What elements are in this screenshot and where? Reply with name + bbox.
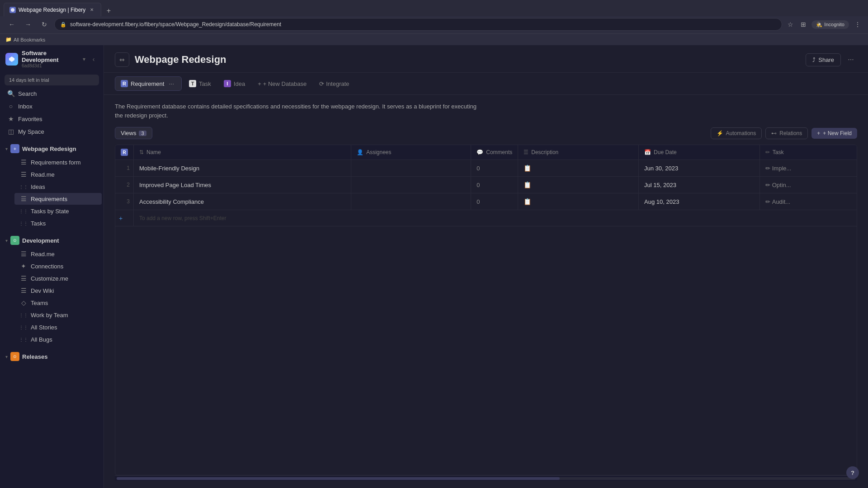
sidebar-item-teams[interactable]: ◇ Teams <box>14 297 102 309</box>
sidebar-item-readme-wp[interactable]: ☰ Read.me <box>14 169 102 180</box>
table-header: R ⇅ Name 👤 <box>115 145 857 160</box>
more-options-button[interactable]: ··· <box>844 53 857 66</box>
extensions-icon[interactable]: ⊞ <box>799 19 808 30</box>
views-label: Views <box>121 130 136 136</box>
data-table: R ⇅ Name 👤 <box>115 145 857 226</box>
menu-icon[interactable]: ⋮ <box>853 19 863 30</box>
sidebar-item-myspace[interactable]: ◫ My Space <box>2 126 102 137</box>
sidebar-item-inbox[interactable]: ○ Inbox <box>2 100 102 112</box>
sidebar-item-customize-me[interactable]: ☰ Customize.me <box>14 272 102 284</box>
row-3-name[interactable]: Accessibility Compliance <box>134 193 351 210</box>
sidebar-item-requirements-form[interactable]: ☰ Requirements form <box>14 156 102 168</box>
col-due-date-label: Due Date <box>654 149 677 155</box>
row-icon: R <box>121 149 128 156</box>
browser-toolbar: ← → ↻ 🔒 software-development.fibery.io/f… <box>0 16 868 33</box>
relations-icon: ⊷ <box>771 130 777 136</box>
views-button[interactable]: Views 3 <box>115 127 152 139</box>
col-name-label: Name <box>146 149 161 155</box>
row-2-task-val: Optin... <box>772 182 791 188</box>
inbox-icon: ○ <box>7 103 14 110</box>
sidebar-collapse-button[interactable]: ‹ <box>89 55 98 64</box>
row-1-due-date: Jun 30, 2023 <box>639 160 760 177</box>
tab-task[interactable]: T Task <box>184 78 217 89</box>
col-assignees: 👤 Assignees <box>351 145 471 160</box>
edit-icon-1: ✏ <box>765 165 770 172</box>
sidebar-item-readme-dev[interactable]: ☰ Read.me <box>14 248 102 260</box>
row-2-task: ✏ Optin... <box>760 177 857 193</box>
sidebar-readme-dev-label: Read.me <box>31 251 96 258</box>
tab-close-button[interactable]: ✕ <box>88 6 95 14</box>
sidebar-item-favorites[interactable]: ★ Favorites <box>2 113 102 125</box>
help-button[interactable]: ? <box>846 466 859 479</box>
integrate-button[interactable]: ⟳ Integrate <box>314 78 354 89</box>
row-1-name[interactable]: Mobile-Friendly Design <box>134 160 351 177</box>
space-webpage-redesign[interactable]: ▾ + Webpage Redesign <box>0 141 104 156</box>
main-content: ⇔ Webpage Redesign ⤴ Share ··· R Require… <box>104 45 868 488</box>
page-back-button[interactable]: ⇔ <box>115 52 129 67</box>
dev-wiki-icon: ☰ <box>20 287 27 294</box>
automations-button[interactable]: ⚡ Automations <box>711 127 762 139</box>
space-releases[interactable]: ▾ ⊙ Releases <box>0 349 104 364</box>
sidebar-item-all-bugs[interactable]: ⋮⋮ All Bugs <box>14 333 102 345</box>
comments-col-icon: 💬 <box>476 149 483 155</box>
add-row-trigger[interactable]: + To add a new row, press Shift+Enter <box>115 210 857 226</box>
incognito-button[interactable]: 🕵 Incognito <box>811 20 849 29</box>
space-webpage-icon: + <box>10 144 19 153</box>
edit-icon-3: ✏ <box>765 198 770 205</box>
tab-requirement[interactable]: R Requirement ··· <box>115 76 182 91</box>
add-row-plus-icon[interactable]: + <box>119 215 123 222</box>
back-button[interactable]: ← <box>5 18 18 31</box>
new-tab-button[interactable]: + <box>103 5 114 16</box>
sidebar-item-work-by-team[interactable]: ⋮⋮ Work by Team <box>14 309 102 321</box>
new-database-button[interactable]: + + New Database <box>252 78 312 89</box>
row-2-name[interactable]: Improved Page Load Times <box>134 177 351 193</box>
sidebar-dev-wiki-label: Dev Wiki <box>31 287 96 294</box>
horizontal-scrollbar[interactable] <box>115 475 857 481</box>
sidebar-item-ideas[interactable]: ⋮⋮ Ideas <box>14 181 102 192</box>
sidebar-tasks-by-state-label: Tasks by State <box>31 208 96 215</box>
sidebar-search-label: Search <box>18 90 96 97</box>
sidebar-item-connections[interactable]: ✦ Connections <box>14 260 102 272</box>
bookmark-icon[interactable]: ☆ <box>786 19 795 30</box>
name-col-icon: ⇅ <box>139 149 144 155</box>
browser-tab-active[interactable]: Webpage Redesign | Fibery ✕ <box>4 3 101 16</box>
address-bar[interactable]: 🔒 software-development.fibery.io/fibery/… <box>54 18 782 31</box>
readme-dev-icon: ☰ <box>20 250 27 258</box>
row-3-assignees <box>351 193 471 210</box>
table-row[interactable]: 3 Accessibility Compliance 0 📋 Aug 10, 2… <box>115 193 857 210</box>
browser-tabs: Webpage Redesign | Fibery ✕ + <box>0 0 868 16</box>
table-row[interactable]: 1 Mobile-Friendly Design 0 📋 Jun 30, 202… <box>115 160 857 177</box>
sidebar-item-all-stories[interactable]: ⋮⋮ All Stories <box>14 321 102 333</box>
incognito-label: Incognito <box>824 22 844 27</box>
requirements-icon: ☰ <box>20 195 27 202</box>
space-development[interactable]: ▾ ⊙ Development <box>0 233 104 248</box>
forward-button[interactable]: → <box>22 18 34 31</box>
space-dev-children: ☰ Read.me ✦ Connections ☰ Customize.me ☰… <box>0 248 104 346</box>
sidebar-item-search[interactable]: 🔍 Search <box>2 88 102 99</box>
space-webpage-children: ☰ Requirements form ☰ Read.me ⋮⋮ Ideas ☰… <box>0 156 104 230</box>
dev-chevron-icon: ▾ <box>5 238 8 243</box>
workspace-header[interactable]: Software Development 6ad8d3d1 ▾ ‹ <box>0 45 104 73</box>
sidebar-item-tasks-by-state[interactable]: ⋮⋮ Tasks by State <box>14 205 102 217</box>
sidebar-item-dev-wiki[interactable]: ☰ Dev Wiki <box>14 285 102 296</box>
tab-idea[interactable]: I Idea <box>218 78 250 89</box>
new-field-button[interactable]: + + New Field <box>811 128 857 139</box>
sidebar-item-tasks[interactable]: ⋮⋮ Tasks <box>14 217 102 229</box>
connections-icon: ✦ <box>20 263 27 270</box>
sidebar-ideas-label: Ideas <box>31 183 96 190</box>
task-tab-icon: T <box>189 80 196 87</box>
relations-label: Relations <box>779 130 802 136</box>
table-row[interactable]: 2 Improved Page Load Times 0 📋 Jul 15, 2… <box>115 177 857 193</box>
row-1-num: 1 <box>115 160 134 177</box>
workspace-expand-icon[interactable]: ▾ <box>83 56 85 62</box>
sidebar-tasks-label: Tasks <box>31 220 96 227</box>
refresh-button[interactable]: ↻ <box>38 18 51 31</box>
row-3-task-val: Audit... <box>772 198 790 205</box>
share-button[interactable]: ⤴ Share <box>806 53 841 66</box>
scrollbar-thumb[interactable] <box>117 477 560 480</box>
trial-bar: 14 days left in trial <box>5 75 99 85</box>
relations-button[interactable]: ⊷ Relations <box>765 127 808 139</box>
requirement-tab-menu[interactable]: ··· <box>167 79 176 88</box>
row-3-comments: 0 <box>471 193 518 210</box>
sidebar-item-requirements[interactable]: ☰ Requirements <box>14 193 102 205</box>
